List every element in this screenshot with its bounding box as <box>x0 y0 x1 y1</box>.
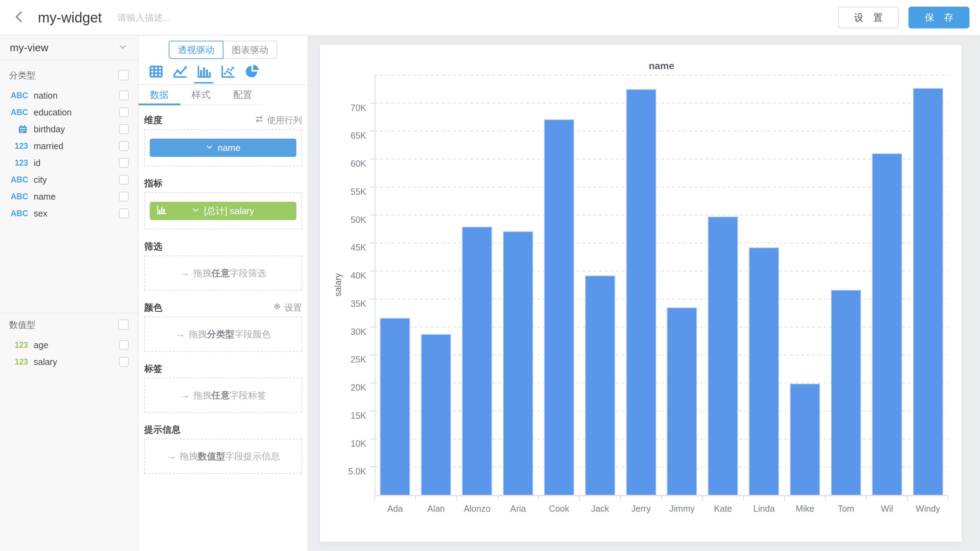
description-input[interactable]: 请输入描述... <box>117 11 170 24</box>
y-tick-label: 5.0K <box>320 466 366 476</box>
section-checkbox[interactable] <box>118 70 129 80</box>
bar-Alan[interactable] <box>421 334 451 495</box>
y-tick-label: 20K <box>320 382 366 393</box>
bar-chart-icon[interactable] <box>193 62 214 81</box>
filter-dropzone[interactable]: → 拖拽任意字段筛选 <box>144 255 302 291</box>
section-checkbox[interactable] <box>118 319 129 330</box>
color-dropzone[interactable]: → 拖拽分类型字段颜色 <box>144 317 302 352</box>
y-tick-label: 40K <box>320 270 366 281</box>
bar-Windy[interactable] <box>913 88 943 495</box>
field-checkbox[interactable] <box>119 192 129 201</box>
tag-drop-hint: → 拖拽任意字段标签 <box>180 389 266 401</box>
field-name: age <box>34 340 48 350</box>
tab-config[interactable]: 配置 <box>222 85 263 105</box>
bar-Cook[interactable] <box>544 119 574 495</box>
mode-tab-pivot[interactable]: 透视驱动 <box>169 41 223 59</box>
y-axis-tick <box>370 439 375 440</box>
chart-card: name salary 5.0K10K15K20K25K30K35K40K45K… <box>320 45 962 542</box>
settings-button[interactable]: 设 置 <box>838 7 899 29</box>
dimension-pill-name[interactable]: name <box>150 139 296 157</box>
bar-Aria[interactable] <box>503 231 533 495</box>
field-checkbox[interactable] <box>119 357 129 367</box>
tooltip-dropzone[interactable]: → 拖拽数值型字段提示信息 <box>144 439 302 474</box>
field-checkbox[interactable] <box>119 158 129 168</box>
y-axis-tick <box>370 382 375 383</box>
chevron-down-icon <box>205 142 213 153</box>
y-axis-tick <box>370 271 375 271</box>
tag-dropzone[interactable]: → 拖拽任意字段标签 <box>144 377 302 413</box>
bar-Alonzo[interactable] <box>462 227 492 495</box>
number-type-icon: 123 <box>0 158 28 168</box>
field-item-id[interactable]: 123id <box>0 154 138 171</box>
y-tick-label: 70K <box>320 102 366 113</box>
field-item-name[interactable]: ABCname <box>0 188 138 205</box>
bar-Jimmy[interactable] <box>667 307 697 495</box>
config-panel: 透视驱动 图表驱动 <box>138 36 308 551</box>
field-section-categorical: 分类型ABCnationABCeducationbirthday123marri… <box>0 61 138 313</box>
table-chart-icon[interactable] <box>146 62 167 81</box>
use-rows-cols-action[interactable]: 使用行列 <box>254 114 302 126</box>
field-item-salary[interactable]: 123salary <box>0 354 138 370</box>
bar-Jack[interactable] <box>585 276 615 495</box>
x-axis-tick <box>456 496 457 500</box>
y-tick-label: 35K <box>320 298 366 309</box>
x-tick-label-Jack: Jack <box>579 503 620 514</box>
x-axis-tick <box>374 496 375 500</box>
field-checkbox[interactable] <box>119 107 129 117</box>
bar-Mike[interactable] <box>790 384 820 495</box>
pie-chart-icon[interactable] <box>241 62 262 81</box>
number-type-icon: 123 <box>0 341 28 350</box>
page-title: my-widget <box>38 10 102 25</box>
chart-canvas: name salary 5.0K10K15K20K25K30K35K40K45K… <box>308 36 980 551</box>
field-item-married[interactable]: 123married <box>0 138 138 154</box>
text-type-icon: ABC <box>0 192 28 201</box>
field-checkbox[interactable] <box>119 209 129 218</box>
dimension-label: 维度 <box>144 114 162 126</box>
metric-dropzone[interactable]: [总计] salary <box>144 192 302 229</box>
field-item-nation[interactable]: ABCnation <box>0 87 138 104</box>
y-tick-label: 15K <box>320 410 366 421</box>
field-item-age[interactable]: 123age <box>0 336 138 354</box>
filter-label: 筛选 <box>144 240 162 253</box>
field-checkbox[interactable] <box>119 141 129 151</box>
tab-style[interactable]: 样式 <box>180 85 222 105</box>
y-tick-label: 50K <box>320 215 366 225</box>
mode-tab-chart[interactable]: 图表驱动 <box>223 41 277 59</box>
tab-data[interactable]: 数据 <box>138 85 180 105</box>
gridline <box>375 382 948 383</box>
x-tick-label-Kate: Kate <box>703 503 744 514</box>
scatter-chart-icon[interactable] <box>217 62 238 81</box>
x-axis-tick <box>620 496 621 500</box>
bar-Linda[interactable] <box>749 247 779 495</box>
field-checkbox[interactable] <box>119 91 129 100</box>
topbar: my-widget 请输入描述... 设 置 保 存 <box>0 0 980 36</box>
field-item-city[interactable]: ABCcity <box>0 171 138 188</box>
bar-Tom[interactable] <box>831 290 861 495</box>
bar-Ada[interactable] <box>380 318 410 495</box>
section-header: 数值型 <box>0 315 138 334</box>
field-checkbox[interactable] <box>119 340 129 350</box>
gridline <box>375 355 948 355</box>
x-axis-tick <box>825 496 826 500</box>
bar-Jerry[interactable] <box>626 89 656 495</box>
line-chart-icon[interactable] <box>169 62 191 81</box>
view-selector[interactable]: my-view <box>0 36 138 61</box>
y-axis-tick <box>370 299 375 299</box>
metric-pill-salary[interactable]: [总计] salary <box>150 202 296 220</box>
field-item-sex[interactable]: ABCsex <box>0 205 138 222</box>
save-button[interactable]: 保 存 <box>908 7 969 29</box>
color-settings-action[interactable]: 设置 <box>272 302 302 314</box>
tooltip-drop-hint: → 拖拽数值型字段提示信息 <box>166 450 280 463</box>
field-item-birthday[interactable]: birthday <box>0 121 138 138</box>
y-tick-label: 25K <box>320 354 366 365</box>
field-checkbox[interactable] <box>119 175 129 185</box>
bar-Wil[interactable] <box>872 153 902 495</box>
field-checkbox[interactable] <box>119 124 129 134</box>
bar-Kate[interactable] <box>708 217 738 495</box>
fields-sidebar: my-view 分类型ABCnationABCeducationbirthday… <box>0 36 138 551</box>
dimension-dropzone[interactable]: name <box>144 129 302 166</box>
field-item-education[interactable]: ABCeducation <box>0 104 138 121</box>
x-tick-label-Jimmy: Jimmy <box>662 503 703 514</box>
field-name: married <box>34 141 64 151</box>
back-button[interactable] <box>11 8 29 27</box>
